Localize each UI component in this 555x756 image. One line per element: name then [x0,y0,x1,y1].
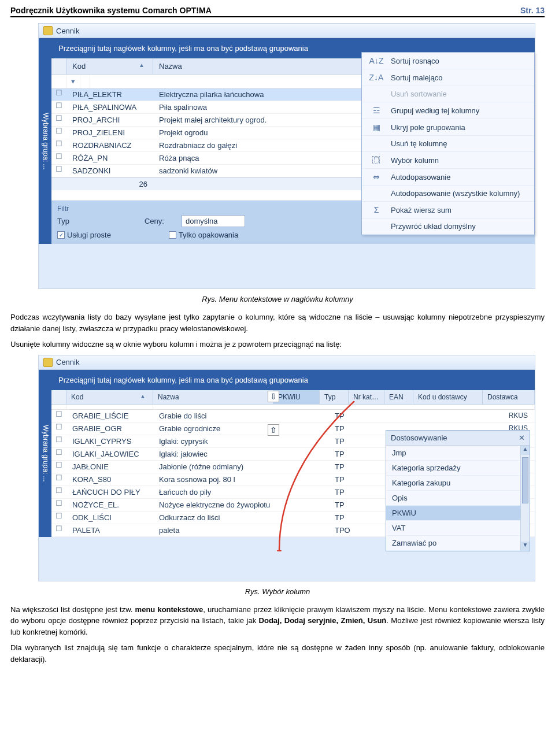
ceny-select[interactable]: domyślna [182,215,245,227]
column-chooser-item[interactable]: Kategoria sprzedaży [386,461,530,476]
menu-item-icon: ⿴ [368,155,385,165]
menu-item-icon: Σ [368,205,385,214]
context-menu-item[interactable]: Przywróć układ domyślny [362,218,534,235]
context-menu-item[interactable]: ΣPokaż wiersz sum [362,202,534,218]
scroll-up-icon: ▲ [521,446,530,455]
row-checkbox[interactable]: ☐ [51,88,66,101]
row-checkbox[interactable]: ☐ [51,139,66,151]
group-by-bar[interactable]: Przeciągnij tutaj nagłówek kolumny, jeśl… [51,370,535,390]
context-menu-item[interactable]: Usuń tę kolumnę [362,136,534,152]
figure-caption-1: Rys. Menu kontekstowe w nagłówku kolumny [10,295,545,303]
paragraph-1: Podczas wczytywania listy do bazy wysyła… [10,312,545,334]
menu-item-icon: ▦ [368,123,385,132]
doc-title: Podręcznik Użytkownika systemu Comarch O… [10,6,212,15]
row-checkbox[interactable]: ☐ [51,448,66,460]
close-icon[interactable]: ✕ [519,433,525,442]
menu-item-icon: Z↓A [368,73,385,82]
context-menu-item[interactable]: ▦Ukryj pole grupowania [362,119,534,136]
window-cennik-2: Cennik Wybrana grupa: ... Przeciągnij tu… [38,355,535,581]
col-kod[interactable]: Kod▲ [66,58,153,74]
column-chooser-item[interactable]: Jmp [386,446,530,461]
row-checkbox[interactable]: ☐ [51,410,66,422]
paragraph-2: Usunięte kolumny widoczne są w oknie wyb… [10,339,545,350]
column-chooser-item[interactable]: Zamawiać po [386,536,530,551]
scroll-down-icon: ▼ [521,542,530,551]
side-tab-group[interactable]: Wybrana grupa: ... [39,38,51,244]
scroll-thumb [522,457,528,503]
sort-asc-icon: ▲ [140,393,148,399]
column-context-menu[interactable]: A↓ZSortuj rosnącoZ↓ASortuj malejącoUsuń … [361,52,535,235]
paragraph-4: Dla wybranych list znajdują się tam funk… [10,642,545,665]
row-checkbox[interactable]: ☐ [51,114,66,126]
menu-item-icon: ⇔ [368,172,385,181]
row-checkbox[interactable]: ☐ [51,473,66,486]
window-titlebar: Cennik [39,24,535,38]
row-checkbox[interactable]: ☐ [51,486,66,498]
column-chooser-panel[interactable]: Dostosowywanie ✕ JmpKategoria sprzedażyK… [386,430,530,551]
context-menu-item[interactable]: ⿴Wybór kolumn [362,152,534,169]
row-checkbox[interactable]: ☐ [51,101,66,113]
price-icon [43,358,53,367]
column-chooser-item[interactable]: Kategoria zakupu [386,476,530,491]
column-header-row[interactable]: Kod▲ Nazwa PKWiU Typ Nr kat… EAN Kod u d… [51,390,535,405]
figure-caption-2: Rys. Wybór kolumn [10,587,545,596]
window-title: Cennik [56,358,79,366]
window-titlebar: Cennik [39,355,535,370]
menu-item-icon: A↓Z [368,56,385,65]
window-title: Cennik [56,27,79,35]
svg-marker-0 [277,550,282,551]
page-number: Str. 13 [520,6,545,15]
side-tab-group[interactable]: Wybrana grupa: ... [39,370,51,537]
tylko-opakowania-checkbox[interactable]: Tylko opakowania [169,231,238,239]
column-chooser-item[interactable]: PKWiU [386,506,530,521]
row-checkbox[interactable]: ☐ [51,524,66,536]
row-checkbox[interactable]: ☐ [51,152,66,164]
arrow-down-icon: ⇩ [268,391,279,402]
row-checkbox[interactable]: ☐ [51,512,66,524]
row-checkbox[interactable]: ☐ [51,461,66,473]
context-menu-item[interactable]: Autodopasowanie (wszystkie kolumny) [362,186,534,202]
context-menu-item[interactable]: ☲Grupuj według tej kolumny [362,102,534,119]
row-checkbox[interactable]: ☐ [51,165,66,177]
context-menu-item[interactable]: A↓ZSortuj rosnąco [362,53,534,69]
price-icon [43,26,53,35]
row-checkbox[interactable]: ☐ [51,499,66,511]
menu-item-icon: ☲ [368,106,385,115]
uslugi-checkbox[interactable]: ✓Usługi proste [57,231,111,239]
context-menu-item[interactable]: Z↓ASortuj malejąco [362,69,534,86]
page-header: Podręcznik Użytkownika systemu Comarch O… [10,6,545,17]
auto-filter-row[interactable] [51,405,535,410]
arrow-up-icon: ⇧ [268,424,279,436]
funnel-icon[interactable]: ▾ [66,75,80,88]
table-row[interactable]: ☐GRABIE_LIŚCIEGrabie do liściTPRKUS [51,410,535,423]
row-checkbox[interactable]: ☐ [51,423,66,435]
sort-asc-icon: ▲ [139,62,147,68]
row-checkbox[interactable]: ☐ [51,435,66,447]
row-checkbox[interactable]: ☐ [51,127,66,139]
context-menu-item[interactable]: ⇔Autodopasowanie [362,169,534,186]
window-cennik-1: Cennik Wybrana grupa: ... Przeciągnij tu… [38,23,535,289]
context-menu-item: Usuń sortowanie [362,86,534,102]
column-chooser-item[interactable]: Opis [386,491,530,506]
paragraph-3: Na większości list dostępne jest tzw. me… [10,604,545,638]
scrollbar[interactable]: ▲ ▼ [520,446,530,551]
col-pkwiu-dragging[interactable]: PKWiU [273,390,320,404]
column-chooser-item[interactable]: VAT [386,521,530,536]
